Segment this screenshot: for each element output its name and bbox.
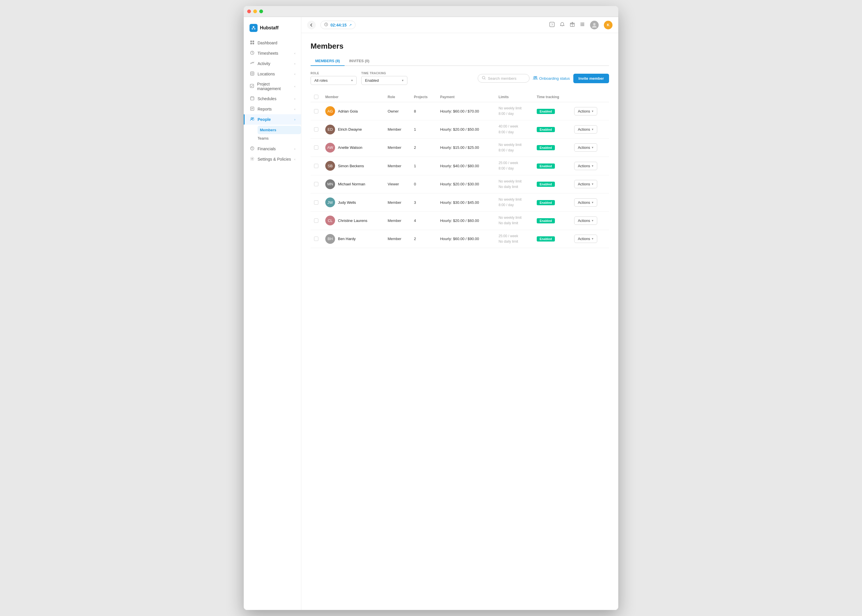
sidebar-item-financials-label: Financials — [258, 146, 276, 151]
actions-button-adrian-goia[interactable]: Actions ▾ — [574, 107, 597, 115]
row-member-elrich-dwayne: ED Elrich Dwayne — [322, 120, 384, 138]
svg-rect-5 — [251, 43, 252, 45]
row-checkbox-simon-beckens[interactable] — [314, 164, 318, 168]
row-payment-christine-laurens: Hourly: $20.00 / $60.00 — [437, 212, 495, 230]
minimize-dot[interactable] — [253, 9, 257, 13]
row-payment-judy-wells: Hourly: $30.00 / $45.00 — [437, 193, 495, 211]
row-limits-judy-wells: No weekly limit8:00 / day — [495, 193, 533, 211]
sidebar-item-settings[interactable]: Settings & Policies ‹ — [244, 154, 301, 164]
svg-point-35 — [580, 22, 581, 24]
table-row: MN Michael Norman Viewer 0 Hourly: $20.0… — [310, 175, 609, 193]
tab-members[interactable]: MEMBERS (8) — [310, 57, 345, 66]
sidebar-item-locations[interactable]: Locations ‹ — [244, 69, 301, 79]
role-select[interactable]: All roles ▾ — [310, 76, 357, 85]
reports-icon — [249, 107, 255, 112]
time-tracking-badge-elrich-dwayne: Enabled — [537, 127, 555, 132]
actions-chevron-icon-simon-beckens: ▾ — [592, 164, 594, 168]
grid-icon[interactable] — [580, 22, 585, 28]
activity-chevron-icon: ‹ — [295, 62, 295, 65]
row-checkbox-christine-laurens[interactable] — [314, 218, 318, 223]
svg-point-42 — [582, 25, 583, 26]
sidebar-item-people-label: People — [258, 117, 271, 122]
row-payment-michael-norman: Hourly: $20.00 / $30.00 — [437, 175, 495, 193]
row-limits-simon-beckens: 25:00 / week8:00 / day — [495, 157, 533, 175]
sidebar-item-financials[interactable]: Financials ‹ — [244, 144, 301, 154]
sidebar-item-teams[interactable]: Teams — [258, 134, 301, 143]
row-checkbox-cell — [310, 120, 322, 138]
bell-icon[interactable] — [560, 22, 565, 28]
table-row: ED Elrich Dwayne Member 1 Hourly: $20.00… — [310, 120, 609, 138]
row-checkbox-ben-hardy[interactable] — [314, 237, 318, 241]
sidebar-logo: Hubstaff — [244, 22, 301, 38]
maximize-dot[interactable] — [259, 9, 263, 13]
actions-button-michael-norman[interactable]: Actions ▾ — [574, 180, 597, 188]
members-table: Member Role Projects Payment Limits Time… — [310, 92, 609, 248]
svg-point-39 — [582, 24, 583, 25]
sidebar-item-project-management-label: Project management — [257, 82, 292, 91]
svg-rect-14 — [251, 97, 254, 100]
actions-button-ben-hardy[interactable]: Actions ▾ — [574, 234, 597, 243]
topbar: 02:44:15 ↗ ? — [301, 17, 618, 33]
actions-button-anette-watson[interactable]: Actions ▾ — [574, 143, 597, 152]
row-role-michael-norman: Viewer — [384, 175, 410, 193]
search-box[interactable]: Search members — [477, 74, 529, 83]
tab-invites[interactable]: INVITES (0) — [345, 57, 374, 66]
table-row: BH Ben Hardy Member 2 Hourly: $60.00 / $… — [310, 230, 609, 248]
row-member-michael-norman: MN Michael Norman — [322, 175, 384, 193]
row-member-adrian-goia: AG Adrian Goia — [322, 102, 384, 120]
row-member-judy-wells: JW Judy Wells — [322, 193, 384, 211]
sidebar-item-project-management[interactable]: Project management ‹ — [244, 79, 301, 94]
role-filter-label: ROLE — [310, 72, 357, 75]
sidebar-item-schedules[interactable]: Schedules ‹ — [244, 94, 301, 104]
actions-button-christine-laurens[interactable]: Actions ▾ — [574, 217, 597, 225]
sidebar-item-settings-label: Settings & Policies — [258, 157, 291, 162]
svg-rect-8 — [251, 72, 254, 75]
row-projects-simon-beckens: 1 — [411, 157, 437, 175]
svg-point-2 — [254, 28, 255, 30]
project-management-chevron-icon: ‹ — [295, 85, 295, 88]
timer-widget[interactable]: 02:44:15 ↗ — [320, 21, 356, 29]
row-time-tracking-judy-wells: Enabled — [533, 193, 571, 211]
sidebar-item-members[interactable]: Members — [258, 126, 301, 134]
row-member-simon-beckens: SB Simon Beckens — [322, 157, 384, 175]
actions-button-judy-wells[interactable]: Actions ▾ — [574, 198, 597, 207]
row-checkbox-michael-norman[interactable] — [314, 182, 318, 186]
sidebar-item-dashboard[interactable]: Dashboard — [244, 38, 301, 48]
locations-chevron-icon: ‹ — [295, 72, 295, 76]
header-checkbox[interactable] — [314, 95, 318, 99]
member-name-ben-hardy: Ben Hardy — [338, 237, 356, 241]
sidebar-item-people[interactable]: People › — [244, 114, 301, 125]
project-management-icon — [249, 84, 254, 89]
row-checkbox-elrich-dwayne[interactable] — [314, 127, 318, 132]
sidebar-item-activity-label: Activity — [258, 61, 270, 66]
main-content: Members MEMBERS (8) INVITES (0) ROLE All… — [301, 33, 618, 610]
activity-icon — [249, 61, 255, 66]
row-actions-cell-judy-wells: Actions ▾ — [571, 193, 609, 211]
actions-button-elrich-dwayne[interactable]: Actions ▾ — [574, 125, 597, 134]
back-button[interactable] — [307, 21, 316, 29]
gift-icon[interactable] — [570, 22, 575, 28]
svg-point-38 — [580, 24, 581, 25]
sidebar-item-timesheets[interactable]: Timesheets ‹ — [244, 48, 301, 58]
row-checkbox-adrian-goia[interactable] — [314, 109, 318, 113]
svg-point-47 — [534, 76, 535, 78]
row-checkbox-anette-watson[interactable] — [314, 145, 318, 150]
onboarding-people-icon — [533, 76, 537, 81]
topbar-icons: ? K — [549, 21, 613, 29]
invite-member-button[interactable]: Invite member — [573, 74, 609, 83]
user-avatar[interactable] — [590, 21, 599, 29]
actions-chevron-icon-michael-norman: ▾ — [592, 182, 594, 186]
sidebar-item-reports[interactable]: Reports ‹ — [244, 104, 301, 114]
schedules-chevron-icon: ‹ — [295, 97, 295, 101]
time-tracking-select[interactable]: Enabled ▾ — [361, 76, 407, 85]
table-row: SB Simon Beckens Member 1 Hourly: $40.00… — [310, 157, 609, 175]
sidebar-subnav: Members Teams — [244, 125, 301, 144]
row-member-christine-laurens: CL Christine Laurens — [322, 212, 384, 230]
actions-button-simon-beckens[interactable]: Actions ▾ — [574, 162, 597, 170]
close-dot[interactable] — [247, 9, 251, 13]
sidebar-item-activity[interactable]: Activity ‹ — [244, 58, 301, 69]
onboarding-status-button[interactable]: Onboarding status — [533, 76, 570, 81]
account-avatar[interactable]: K — [604, 21, 613, 29]
row-checkbox-judy-wells[interactable] — [314, 200, 318, 205]
help-icon[interactable]: ? — [549, 22, 555, 28]
